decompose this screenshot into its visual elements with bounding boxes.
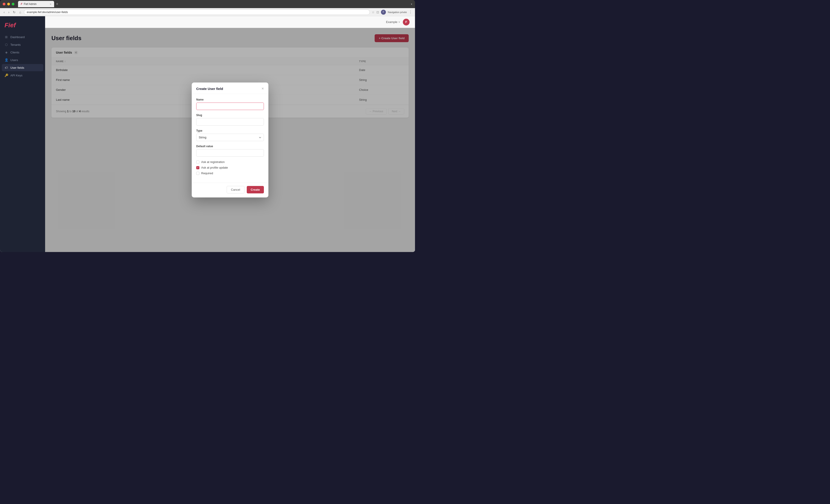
forward-button[interactable]: › bbox=[7, 9, 10, 15]
ask-at-registration-label: Ask at registration bbox=[201, 160, 225, 164]
back-button[interactable]: ‹ bbox=[3, 9, 6, 15]
title-bar: F Fief Admin ✕ + ▾ bbox=[0, 0, 415, 8]
bookmark-icon[interactable]: ☆ bbox=[372, 10, 375, 14]
slug-field-group: Slug bbox=[196, 113, 264, 126]
home-button[interactable]: ⌂ bbox=[18, 9, 22, 15]
tab-close-icon[interactable]: ✕ bbox=[50, 3, 52, 5]
modal-close-button[interactable]: × bbox=[261, 87, 264, 91]
user-fields-icon: 🏷 bbox=[4, 66, 8, 69]
cancel-button[interactable]: Cancel bbox=[227, 186, 244, 193]
content-area: User fields + Create User field User fie… bbox=[45, 28, 415, 252]
sidebar-item-label: Clients bbox=[10, 51, 20, 54]
type-field-group: Type String Integer Boolean Date DateTim… bbox=[196, 129, 264, 141]
modal-overlay: Create User field × Name Slug bbox=[45, 28, 415, 252]
slug-label: Slug bbox=[196, 113, 264, 117]
required-label: Required bbox=[201, 171, 213, 175]
sidebar-nav: ⊞ Dashboard ⬡ Tenants ◈ Clients 👤 Users … bbox=[0, 33, 45, 79]
browser-tab[interactable]: F Fief Admin ✕ bbox=[18, 1, 54, 7]
workspace-chevron-icon: ∨ bbox=[398, 21, 400, 24]
url-text: example.fief.dev/admin/user-fields bbox=[27, 10, 68, 14]
ask-at-profile-update-label: Ask at profile update bbox=[201, 166, 228, 169]
minimize-traffic-light[interactable] bbox=[7, 3, 10, 5]
workspace-label: Example bbox=[386, 20, 397, 24]
name-input[interactable] bbox=[196, 103, 264, 110]
sidebar-item-user-fields[interactable]: 🏷 User fields bbox=[2, 64, 43, 71]
required-row[interactable]: Required bbox=[196, 171, 264, 175]
nav-bar: ‹ › ↻ ⌂ example.fief.dev/admin/user-fiel… bbox=[0, 8, 415, 16]
sidebar-item-label: User fields bbox=[10, 66, 24, 69]
private-mode-button[interactable]: Navigation privée bbox=[388, 11, 407, 13]
checkboxes-group: Ask at registration ✓ Ask at profile upd… bbox=[196, 160, 264, 175]
tenants-icon: ⬡ bbox=[4, 43, 8, 46]
reader-view-icon[interactable]: ⊡ bbox=[377, 10, 379, 14]
tab-title: Fief Admin bbox=[24, 2, 36, 6]
sidebar-item-dashboard[interactable]: ⊞ Dashboard bbox=[2, 33, 43, 41]
type-select[interactable]: String Integer Boolean Date DateTime Cho… bbox=[196, 134, 264, 141]
sidebar-item-label: Dashboard bbox=[10, 35, 25, 39]
close-traffic-light[interactable] bbox=[3, 3, 5, 5]
main-content: Example ∨ F User fields + Create User fi… bbox=[45, 16, 415, 252]
modal-footer: Cancel Create bbox=[192, 182, 268, 197]
create-user-field-modal: Create User field × Name Slug bbox=[192, 82, 268, 197]
profile-icon[interactable]: F bbox=[381, 10, 386, 15]
create-button[interactable]: Create bbox=[247, 186, 264, 193]
clients-icon: ◈ bbox=[4, 51, 8, 54]
sidebar-item-label: Tenants bbox=[10, 43, 21, 46]
address-bar[interactable]: example.fief.dev/admin/user-fields bbox=[24, 9, 370, 15]
name-label: Name bbox=[196, 98, 264, 101]
nav-actions: ☆ ⊡ F Navigation privée ⋮ bbox=[372, 10, 412, 15]
ask-at-registration-row[interactable]: Ask at registration bbox=[196, 160, 264, 164]
topbar: Example ∨ F bbox=[45, 16, 415, 28]
sidebar-item-label: API Keys bbox=[10, 74, 22, 77]
modal-title: Create User field bbox=[196, 87, 223, 91]
sidebar-item-api-keys[interactable]: 🔑 API Keys bbox=[2, 72, 43, 79]
sidebar-item-clients[interactable]: ◈ Clients bbox=[2, 49, 43, 56]
sidebar-item-users[interactable]: 👤 Users bbox=[2, 56, 43, 64]
menu-icon[interactable]: ⋮ bbox=[409, 10, 412, 14]
modal-header: Create User field × bbox=[192, 82, 268, 94]
default-value-field-group: Default value bbox=[196, 145, 264, 157]
sidebar-item-label: Users bbox=[10, 58, 18, 62]
name-field-group: Name bbox=[196, 98, 264, 110]
maximize-traffic-light[interactable] bbox=[12, 3, 14, 5]
modal-body: Name Slug Type String bbox=[192, 94, 268, 182]
sidebar: Fief ⊞ Dashboard ⬡ Tenants ◈ Clients 👤 U… bbox=[0, 16, 45, 252]
sidebar-logo: Fief bbox=[0, 20, 45, 33]
tab-favicon: F bbox=[21, 2, 22, 6]
user-avatar[interactable]: F bbox=[403, 19, 410, 26]
users-icon: 👤 bbox=[4, 58, 8, 62]
default-value-input[interactable] bbox=[196, 149, 264, 157]
tab-expand-icon[interactable]: ▾ bbox=[411, 3, 412, 6]
api-keys-icon: 🔑 bbox=[4, 73, 8, 77]
dashboard-icon: ⊞ bbox=[4, 35, 8, 39]
workspace-dropdown[interactable]: Example ∨ bbox=[386, 20, 400, 24]
sidebar-item-tenants[interactable]: ⬡ Tenants bbox=[2, 41, 43, 48]
ask-at-profile-update-row[interactable]: ✓ Ask at profile update bbox=[196, 166, 264, 169]
private-label: Navigation privée bbox=[388, 11, 407, 13]
new-tab-button[interactable]: + bbox=[54, 2, 60, 6]
ask-at-profile-update-checkbox[interactable]: ✓ bbox=[196, 166, 199, 169]
reload-button[interactable]: ↻ bbox=[12, 9, 17, 15]
slug-input[interactable] bbox=[196, 118, 264, 126]
default-value-label: Default value bbox=[196, 145, 264, 148]
logo-text: Fief bbox=[4, 22, 16, 29]
required-checkbox[interactable] bbox=[196, 172, 199, 175]
ask-at-registration-checkbox[interactable] bbox=[196, 161, 199, 164]
type-label: Type bbox=[196, 129, 264, 132]
